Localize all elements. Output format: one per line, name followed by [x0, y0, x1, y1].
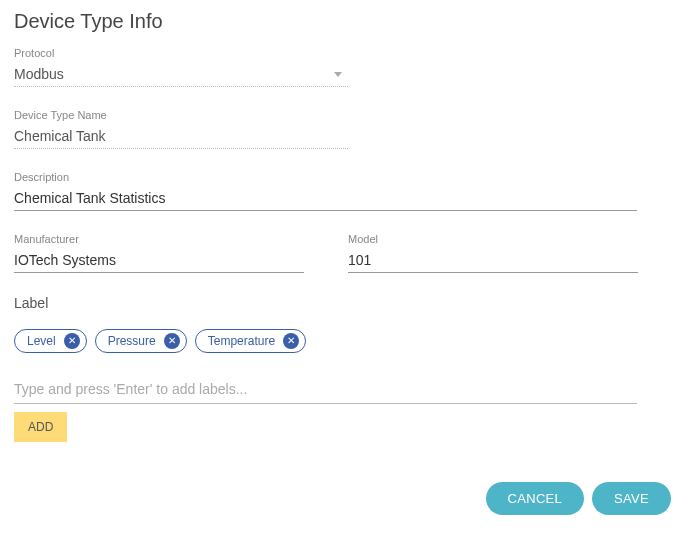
chip-temperature: Temperature ✕	[195, 329, 306, 353]
close-icon[interactable]: ✕	[164, 333, 180, 349]
chip-container: Level ✕ Pressure ✕ Temperature ✕	[14, 329, 683, 353]
close-icon[interactable]: ✕	[64, 333, 80, 349]
protocol-select[interactable]: Modbus	[14, 62, 348, 87]
device-type-name-input[interactable]	[14, 124, 348, 149]
chip-level: Level ✕	[14, 329, 87, 353]
chip-label: Level	[27, 334, 56, 348]
protocol-value: Modbus	[14, 66, 64, 82]
protocol-label: Protocol	[14, 47, 683, 59]
description-input[interactable]	[14, 186, 637, 211]
device-type-name-label: Device Type Name	[14, 109, 683, 121]
label-input[interactable]	[14, 375, 637, 404]
chip-label: Temperature	[208, 334, 275, 348]
page-title: Device Type Info	[14, 10, 683, 33]
description-label: Description	[14, 171, 683, 183]
chevron-down-icon	[334, 72, 342, 77]
model-input[interactable]	[348, 248, 638, 273]
add-button[interactable]: ADD	[14, 412, 67, 442]
close-icon[interactable]: ✕	[283, 333, 299, 349]
manufacturer-label: Manufacturer	[14, 233, 304, 245]
chip-label: Pressure	[108, 334, 156, 348]
save-button[interactable]: SAVE	[592, 482, 671, 515]
chip-pressure: Pressure ✕	[95, 329, 187, 353]
cancel-button[interactable]: CANCEL	[486, 482, 585, 515]
label-heading: Label	[14, 295, 683, 311]
manufacturer-input[interactable]	[14, 248, 304, 273]
model-label: Model	[348, 233, 638, 245]
